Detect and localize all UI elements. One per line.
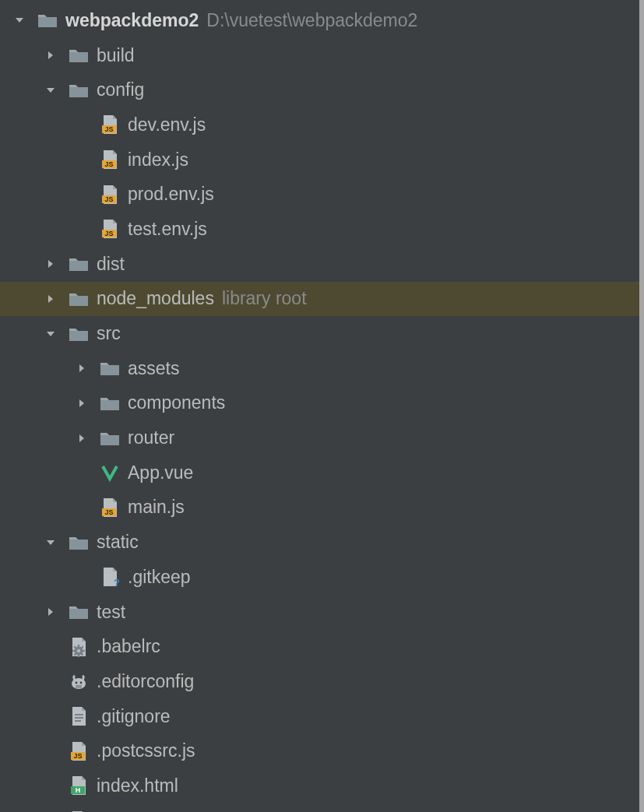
svg-marker-15 [79, 399, 84, 407]
js-icon: JS [100, 497, 120, 518]
svg-marker-14 [79, 364, 84, 372]
tree-row[interactable]: package.json [0, 803, 644, 812]
svg-rect-36 [76, 687, 82, 687]
file-tree[interactable]: webpackdemo2D:\vuetest\webpackdemo2 buil… [0, 0, 644, 812]
tree-item-label: App.vue [128, 462, 193, 483]
svg-text:?: ? [114, 577, 119, 587]
chevron-right-icon[interactable] [39, 257, 62, 271]
folder-icon [69, 45, 89, 65]
folder-icon [69, 324, 89, 344]
arrow-placeholder [70, 570, 93, 584]
arrow-placeholder [70, 501, 93, 515]
folder-icon [100, 358, 120, 378]
tree-row[interactable]: JS test.env.js [0, 212, 644, 247]
svg-text:JS: JS [104, 195, 113, 203]
tree-row[interactable]: .gitignore [0, 699, 644, 734]
tree-item-label: dist [97, 254, 125, 275]
svg-point-23 [77, 649, 80, 652]
tree-item-label: src [97, 323, 121, 344]
svg-rect-39 [75, 720, 81, 722]
chevron-right-icon[interactable] [39, 292, 62, 306]
chevron-right-icon[interactable] [70, 431, 93, 445]
tree-row[interactable]: build [0, 38, 644, 73]
chevron-right-icon[interactable] [39, 605, 62, 619]
gearfile-icon [69, 637, 89, 657]
js-icon: JS [100, 219, 120, 239]
arrow-placeholder [70, 466, 93, 480]
chevron-right-icon[interactable] [70, 361, 93, 375]
js-icon: JS [69, 741, 89, 761]
scrollbar[interactable] [639, 0, 644, 812]
tree-item-label: webpackdemo2 [65, 10, 199, 31]
tree-item-label: node_modules [97, 288, 214, 309]
tree-item-label: assets [128, 358, 179, 379]
folder-icon [69, 602, 89, 622]
tree-row[interactable]: JS main.js [0, 490, 644, 526]
js-icon: JS [100, 114, 120, 135]
folder-icon [69, 80, 89, 100]
chevron-right-icon[interactable] [70, 396, 93, 410]
tree-item-suffix: library root [222, 288, 307, 309]
tree-row[interactable]: .babelrc [0, 629, 644, 664]
tree-row[interactable]: router [0, 420, 644, 455]
svg-point-34 [80, 682, 83, 684]
arrow-placeholder [70, 222, 93, 236]
tree-item-label: dev.env.js [128, 114, 206, 135]
tree-item-label: build [97, 45, 135, 66]
tree-item-label: .gitkeep [128, 567, 191, 588]
tree-item-suffix: D:\vuetest\webpackdemo2 [206, 10, 417, 31]
folder-icon [69, 254, 89, 274]
tree-row[interactable]: App.vue [0, 455, 644, 490]
tree-item-label: static [97, 532, 139, 553]
svg-rect-26 [83, 650, 86, 652]
chevron-down-icon[interactable] [39, 83, 62, 97]
tree-item-label: components [128, 392, 225, 413]
tree-item-label: .editorconfig [97, 671, 194, 692]
svg-point-33 [76, 682, 78, 684]
vue-icon [100, 462, 120, 483]
chevron-right-icon[interactable] [39, 48, 62, 62]
arrow-placeholder [70, 153, 93, 167]
tree-row[interactable]: webpackdemo2D:\vuetest\webpackdemo2 [0, 3, 644, 38]
folder-icon [69, 533, 89, 553]
tree-item-label: index.html [97, 775, 178, 796]
tree-item-label: test.env.js [128, 219, 207, 240]
tree-row[interactable]: config [0, 72, 644, 107]
tree-row[interactable]: JS dev.env.js [0, 107, 644, 142]
tree-item-label: .postcssrc.js [97, 740, 195, 761]
svg-marker-2 [47, 88, 55, 93]
tree-row[interactable]: H index.html [0, 768, 644, 803]
chevron-down-icon[interactable] [39, 536, 62, 550]
svg-rect-37 [75, 714, 83, 715]
html-icon: H [69, 775, 89, 796]
folder-icon [100, 393, 120, 413]
tree-row[interactable]: ? .gitkeep [0, 560, 644, 595]
tree-item-label: prod.env.js [128, 184, 214, 205]
tree-item-label: .gitignore [97, 706, 171, 727]
tree-row[interactable]: static [0, 525, 644, 560]
tree-row[interactable]: src [0, 316, 644, 351]
svg-marker-0 [16, 18, 23, 23]
tree-row[interactable]: dist [0, 247, 644, 282]
chevron-down-icon[interactable] [39, 327, 62, 341]
tree-row[interactable]: node_moduleslibrary root [0, 282, 644, 317]
svg-text:JS: JS [104, 160, 113, 168]
tree-row[interactable]: JS prod.env.js [0, 177, 644, 212]
textfile-icon [69, 706, 89, 726]
tree-item-label: config [97, 79, 144, 100]
js-icon: JS [100, 185, 120, 205]
svg-marker-19 [47, 540, 55, 545]
folder-icon [100, 428, 120, 448]
tree-row[interactable]: assets [0, 351, 644, 386]
svg-marker-12 [48, 295, 53, 303]
tree-row[interactable]: JS .postcssrc.js [0, 733, 644, 768]
unknown-icon: ? [100, 567, 120, 587]
tree-row[interactable]: components [0, 386, 644, 421]
svg-text:JS: JS [104, 125, 113, 133]
tree-item-label: index.js [128, 149, 188, 170]
tree-row[interactable]: JS index.js [0, 142, 644, 178]
tree-row[interactable]: .editorconfig [0, 664, 644, 699]
js-icon: JS [100, 149, 120, 170]
tree-row[interactable]: test [0, 595, 644, 630]
chevron-down-icon[interactable] [8, 13, 31, 27]
